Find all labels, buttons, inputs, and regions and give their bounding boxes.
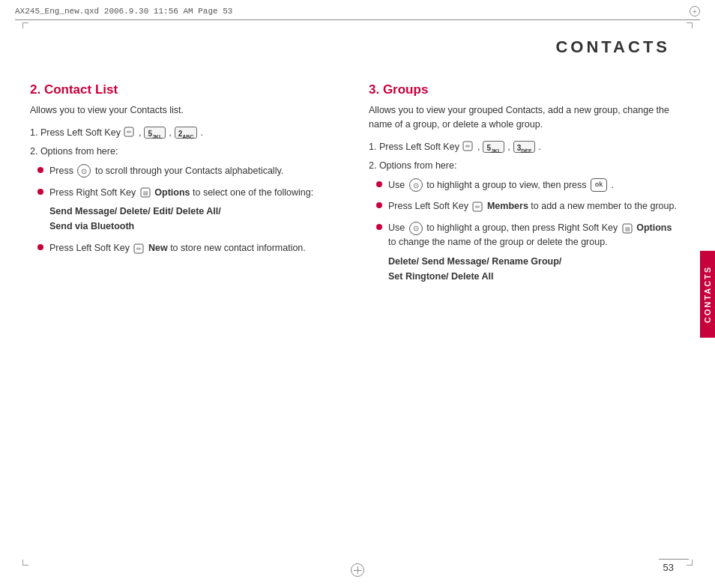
key-2abc: 2ABC bbox=[175, 127, 198, 139]
bullet-content-2: Press Right Soft Key ▤ Options to select… bbox=[49, 186, 339, 234]
section2-step1: 1. Press Left Soft Key ✏ , 5JKL , 2ABC . bbox=[30, 125, 339, 140]
section3-column: 3. Groups Allows you to view your groupe… bbox=[369, 82, 678, 543]
section3-bullet-highlight: Use ⊙ to highlight a group to view, then… bbox=[376, 178, 678, 193]
section2-step1-period: . bbox=[200, 125, 202, 140]
right-soft-key-icon-s3-3: ▤ bbox=[621, 222, 633, 234]
bullet2-text1: Press Right Soft Key bbox=[49, 187, 139, 198]
corner-mark-bl bbox=[22, 560, 28, 566]
s3-bullet1-text2: to highlight a group to view, then press bbox=[426, 180, 589, 190]
section3-step1-text: 1. Press Left Soft Key bbox=[369, 139, 459, 154]
bullet-content-1: Press ⊙ to scroll through your Contacts … bbox=[49, 164, 339, 178]
left-soft-key-icon-3: ✏ bbox=[133, 243, 145, 255]
ok-icon-s3: ok bbox=[591, 178, 607, 192]
section2-step1-text: 1. Press Left Soft Key bbox=[30, 125, 121, 140]
s3-bullet2-members-label: Members bbox=[487, 201, 531, 211]
bullet-content-3: Press Left Soft Key ✏ New to store new c… bbox=[49, 241, 339, 255]
key-5jkl: 5JKL bbox=[144, 127, 166, 139]
sidebar-tab-text: CONTACTS bbox=[703, 265, 712, 322]
s3-bullet2-text1: Press Left Soft Key bbox=[388, 201, 471, 211]
section2-bullet-list: Press ⊙ to scroll through your Contacts … bbox=[37, 164, 339, 255]
svg-text:▤: ▤ bbox=[142, 190, 148, 196]
bullet-dot-s3-1 bbox=[376, 181, 382, 187]
section3-step2-label: 2. Options from here: bbox=[369, 160, 678, 171]
s3-bullet1-text1: Use bbox=[388, 180, 408, 190]
bullet-dot-1 bbox=[37, 167, 43, 173]
svg-text:▤: ▤ bbox=[624, 226, 630, 231]
section2-sub-options: Send Message/ Delete/ Edit/ Delete All/S… bbox=[49, 204, 339, 234]
section3-step1-comma2: , bbox=[507, 139, 510, 154]
corner-mark-tl bbox=[22, 22, 28, 28]
section2-bullet-options: Press Right Soft Key ▤ Options to select… bbox=[37, 186, 339, 234]
section3-step1-period: . bbox=[538, 139, 540, 154]
key-3def-s3: 3DEF bbox=[513, 141, 536, 153]
right-soft-key-icon-2: ▤ bbox=[139, 187, 151, 198]
bullet2-options-label: Options bbox=[154, 187, 193, 198]
header-bar: AX245_Eng_new.qxd 2006.9.30 11:56 AM Pag… bbox=[15, 6, 700, 20]
sidebar-tab: CONTACTS bbox=[700, 250, 715, 337]
section2-heading: 2. Contact List bbox=[30, 82, 339, 97]
section3-step1: 1. Press Left Soft Key ✏ , 5JKL , 3DEF . bbox=[369, 139, 678, 154]
scroll-icon-s3-1: ⊙ bbox=[409, 178, 423, 192]
scroll-icon-s3-3: ⊙ bbox=[409, 222, 423, 235]
bullet-content-s3-2: Press Left Soft Key ✏ Members to add a n… bbox=[388, 199, 678, 213]
section2-step1-comma1: , bbox=[139, 125, 141, 140]
corner-mark-br bbox=[687, 560, 693, 566]
bullet-dot-2 bbox=[37, 189, 43, 195]
s3-bullet3-text2: to highlight a group, then press Right S… bbox=[426, 222, 621, 233]
section3-bullet-options: Use ⊙ to highlight a group, then press R… bbox=[376, 221, 678, 284]
section2-bullet-scroll: Press ⊙ to scroll through your Contacts … bbox=[37, 164, 339, 178]
registration-mark-bottom bbox=[351, 563, 364, 577]
page-number: 53 bbox=[663, 562, 674, 573]
content-area: 2. Contact List Allows you to view your … bbox=[30, 82, 678, 543]
bullet-content-s3-1: Use ⊙ to highlight a group to view, then… bbox=[388, 178, 678, 193]
section3-sub-options: Delete/ Send Message/ Rename Group/Set R… bbox=[388, 254, 678, 284]
bullet1-text2: to scroll through your Contacts alphabet… bbox=[95, 166, 283, 176]
left-soft-key-icon: ✏ bbox=[124, 127, 136, 139]
s3-bullet3-options-label: Options bbox=[636, 222, 672, 233]
bullet-dot-3 bbox=[37, 244, 43, 250]
section3-heading: 3. Groups bbox=[369, 82, 678, 97]
page-title: CONTACTS bbox=[555, 37, 670, 57]
section3-intro: Allows you to view your grouped Contacts… bbox=[369, 103, 678, 132]
section2-intro: Allows you to view your Contacts list. bbox=[30, 103, 339, 118]
left-soft-key-icon-s3: ✏ bbox=[462, 141, 474, 153]
svg-text:✏: ✏ bbox=[465, 143, 470, 150]
bullet1-text1: Press bbox=[49, 166, 76, 176]
registration-mark-header bbox=[690, 6, 700, 16]
svg-text:✏: ✏ bbox=[126, 129, 131, 136]
section2-step2-label: 2. Options from here: bbox=[30, 146, 339, 157]
s3-bullet2-text2: to add a new member to the group. bbox=[531, 201, 677, 211]
s3-bullet3-text3: to change the name of the group or delet… bbox=[388, 237, 608, 247]
section2-column: 2. Contact List Allows you to view your … bbox=[30, 82, 339, 543]
section2-bullet-new: Press Left Soft Key ✏ New to store new c… bbox=[37, 241, 339, 255]
svg-text:✏: ✏ bbox=[136, 246, 142, 252]
s3-bullet3-text1: Use bbox=[388, 222, 408, 233]
left-soft-key-icon-s3-2: ✏ bbox=[471, 201, 483, 213]
section3-bullet-list: Use ⊙ to highlight a group to view, then… bbox=[376, 178, 678, 284]
page-number-line bbox=[659, 559, 689, 560]
corner-mark-tr bbox=[687, 22, 693, 28]
bullet3-new-label: New bbox=[148, 243, 170, 253]
section3-bullet-members: Press Left Soft Key ✏ Members to add a n… bbox=[376, 199, 678, 213]
svg-text:✏: ✏ bbox=[475, 204, 480, 210]
section3-step1-comma1: , bbox=[477, 139, 480, 154]
bullet-dot-s3-3 bbox=[376, 224, 382, 230]
header-file-info: AX245_Eng_new.qxd 2006.9.30 11:56 AM Pag… bbox=[15, 7, 232, 16]
scroll-icon-1: ⊙ bbox=[77, 164, 91, 178]
s3-bullet1-period: . bbox=[611, 180, 613, 190]
bullet3-text2: to store new contact information. bbox=[170, 243, 306, 253]
bullet-content-s3-3: Use ⊙ to highlight a group, then press R… bbox=[388, 221, 678, 284]
bullet2-text2: to select one of the following: bbox=[193, 187, 313, 198]
key-5jkl-s3: 5JKL bbox=[483, 141, 504, 153]
bullet3-text1: Press Left Soft Key bbox=[49, 243, 132, 253]
bullet-dot-s3-2 bbox=[376, 202, 382, 208]
section2-step1-comma2: , bbox=[169, 125, 171, 140]
